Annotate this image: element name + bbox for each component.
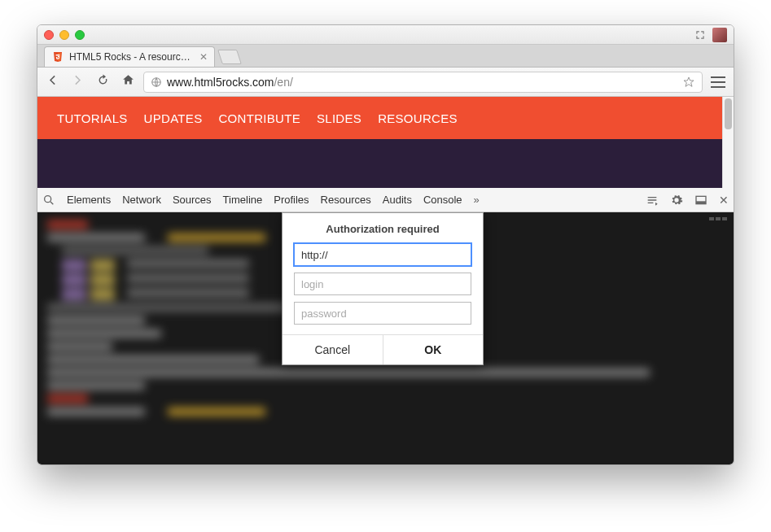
page-hero xyxy=(37,139,734,188)
scrollbar-thumb[interactable] xyxy=(725,98,732,129)
tab-title: HTML5 Rocks - A resource… xyxy=(69,51,191,63)
search-icon[interactable] xyxy=(42,194,55,207)
nav-contribute[interactable]: CONTRIBUTE xyxy=(218,111,300,125)
dock-icon[interactable] xyxy=(694,194,707,207)
devtools-tab-profiles[interactable]: Profiles xyxy=(274,194,309,206)
window-titlebar xyxy=(37,25,734,45)
page-scrollbar[interactable] xyxy=(722,97,734,188)
reload-button[interactable] xyxy=(96,73,110,90)
html5-icon xyxy=(51,50,64,63)
home-button[interactable] xyxy=(121,73,135,90)
devtools-tab-network[interactable]: Network xyxy=(122,194,161,206)
gear-icon[interactable] xyxy=(670,194,683,207)
forward-button[interactable] xyxy=(71,73,85,90)
devtools-panel: Elements Network Sources Timeline Profil… xyxy=(37,188,734,464)
browser-window: HTML5 Rocks - A resource… ✕ www.html5roc… xyxy=(37,24,734,465)
back-button[interactable] xyxy=(46,73,59,90)
devtools-tab-console[interactable]: Console xyxy=(423,194,462,206)
window-controls xyxy=(44,30,85,40)
dialog-title: Authorization required xyxy=(283,213,483,243)
devtools-overflow-icon[interactable]: » xyxy=(474,194,480,206)
svg-point-1 xyxy=(45,195,51,202)
minimize-window-button[interactable] xyxy=(59,30,69,40)
browser-toolbar: www.html5rocks.com/en/ xyxy=(37,68,734,97)
auth-login-input[interactable] xyxy=(294,273,471,295)
auth-password-input[interactable] xyxy=(294,302,471,325)
ok-button[interactable]: OK xyxy=(383,335,484,364)
new-tab-button[interactable] xyxy=(217,50,242,64)
close-window-button[interactable] xyxy=(44,30,54,40)
page-viewport: TUTORIALS UPDATES CONTRIBUTE SLIDES RESO… xyxy=(37,97,734,464)
drawer-toggle-icon[interactable] xyxy=(646,194,659,207)
address-bar[interactable]: www.html5rocks.com/en/ xyxy=(143,72,703,93)
nav-tutorials[interactable]: TUTORIALS xyxy=(57,111,128,125)
auth-url-input[interactable] xyxy=(294,243,471,266)
nav-slides[interactable]: SLIDES xyxy=(317,111,361,125)
devtools-tab-elements[interactable]: Elements xyxy=(67,194,111,206)
devtools-body: Authorization required Cancel OK xyxy=(37,212,734,464)
browser-tab[interactable]: HTML5 Rocks - A resource… ✕ xyxy=(44,46,215,67)
svg-rect-3 xyxy=(696,201,706,203)
url-text: www.html5rocks.com/en/ xyxy=(167,76,677,89)
devtools-tab-resources[interactable]: Resources xyxy=(321,194,371,206)
profile-avatar[interactable] xyxy=(712,28,727,42)
minimap-icon xyxy=(709,217,729,224)
devtools-tab-audits[interactable]: Audits xyxy=(383,194,412,206)
devtools-tab-sources[interactable]: Sources xyxy=(173,194,212,206)
hamburger-menu-icon[interactable] xyxy=(711,76,725,88)
bookmark-star-icon[interactable] xyxy=(682,76,695,89)
fullscreen-icon[interactable] xyxy=(694,29,706,41)
tab-strip: HTML5 Rocks - A resource… ✕ xyxy=(37,45,734,68)
cancel-button[interactable]: Cancel xyxy=(283,335,383,364)
site-navigation: TUTORIALS UPDATES CONTRIBUTE SLIDES RESO… xyxy=(37,97,734,139)
zoom-window-button[interactable] xyxy=(75,30,85,40)
devtools-close-icon[interactable]: ✕ xyxy=(719,194,729,207)
nav-resources[interactable]: RESOURCES xyxy=(378,111,458,125)
nav-updates[interactable]: UPDATES xyxy=(144,111,203,125)
authorization-dialog: Authorization required Cancel OK xyxy=(282,212,484,365)
globe-icon xyxy=(151,76,162,88)
devtools-tab-bar: Elements Network Sources Timeline Profil… xyxy=(37,188,734,212)
tab-close-icon[interactable]: ✕ xyxy=(199,51,208,63)
devtools-tab-timeline[interactable]: Timeline xyxy=(223,194,263,206)
